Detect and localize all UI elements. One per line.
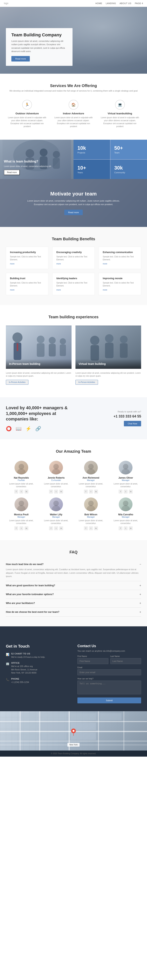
- faq-q-text-3: Who are your facilitators?: [6, 602, 35, 605]
- svg-rect-40: [100, 713, 122, 720]
- services-subtext: We develop an individual integrated conc…: [6, 89, 141, 92]
- faq-item-1[interactable]: What are good questions for team buildin…: [6, 581, 141, 590]
- faq-item-0[interactable]: How much lead time do we need? − Lorem i…: [6, 560, 141, 581]
- social-in[interactable]: in: [59, 527, 63, 530]
- benefit-productivity-link[interactable]: more: [10, 262, 44, 265]
- service-virtual-desc: Lorem ipsum dolor sit amet in vulputate …: [101, 116, 139, 128]
- social-f[interactable]: f: [119, 527, 122, 530]
- email-input[interactable]: [77, 670, 141, 675]
- social-f[interactable]: f: [119, 490, 122, 493]
- benefit-leaders-link[interactable]: more: [57, 289, 91, 291]
- nav-landing[interactable]: LANDING: [106, 2, 116, 5]
- member-3-name: James Oliver: [111, 476, 141, 479]
- benefit-trust: Building trust Sample text. Click to sel…: [6, 273, 48, 295]
- motivate-cta-button[interactable]: Read more: [64, 210, 83, 215]
- member-0-desc: Lorem ipsum dolor sit amet, consectetur.: [6, 482, 37, 488]
- member-7-name: Nila Carvalho: [111, 513, 141, 516]
- faq-item-2[interactable]: What are your favorite icebreaker option…: [6, 590, 141, 599]
- social-tw[interactable]: t: [54, 527, 58, 530]
- benefit-trust-desc: Sample text. Click to select the Text El…: [10, 282, 44, 287]
- stat-projects-label: Projects: [77, 151, 106, 154]
- service-outdoor-desc: Lorem ipsum dolor sit amet in vulputate …: [8, 116, 46, 128]
- faq-q-text-1: What are good questions for team buildin…: [6, 584, 55, 587]
- benefit-communication-desc: Sample text. Click to select the Text El…: [103, 255, 137, 261]
- benefit-trust-link[interactable]: more: [10, 289, 44, 291]
- social-tw[interactable]: t: [54, 490, 58, 493]
- social-in[interactable]: in: [129, 527, 133, 530]
- social-tw[interactable]: t: [89, 490, 93, 493]
- exp-inperson-desc: Lorem ipsum dolor sit amet, consectetur …: [6, 372, 71, 377]
- what-cta-button[interactable]: Read more: [4, 170, 20, 175]
- social-tw[interactable]: t: [124, 490, 128, 493]
- map-label: New York: [68, 743, 79, 746]
- exp-inperson-overlay: In-Person team building: [6, 359, 71, 369]
- social-in[interactable]: in: [24, 490, 28, 493]
- submit-button[interactable]: Submit: [77, 697, 141, 703]
- nav-page4[interactable]: PAGE 4: [135, 2, 143, 5]
- hero-description: Lorem ipsum dolor sit amet, consectetur …: [11, 40, 67, 53]
- social-in[interactable]: in: [94, 490, 98, 493]
- svg-rect-30: [39, 711, 40, 751]
- exp-inperson: In-Person team building Lorem ipsum dolo…: [6, 326, 71, 387]
- member-6-desc: Lorem ipsum dolor sit amet, consectetur.: [76, 519, 106, 525]
- social-f[interactable]: f: [84, 527, 88, 530]
- social-tw[interactable]: t: [19, 490, 23, 493]
- member-4-desc: Lorem ipsum dolor sit amet, consectetur.: [6, 519, 37, 525]
- member-7-role: Manager: [111, 516, 141, 518]
- service-indoor-icon: 🏠: [69, 100, 78, 110]
- motivate-desc: Lorem ipsum dolor sit amet, consectetur …: [24, 199, 122, 206]
- social-in[interactable]: in: [94, 527, 98, 530]
- exp-virtual-title: Virtual team building: [79, 362, 138, 366]
- member-7-socials: f t in: [111, 527, 141, 530]
- benefit-creativity: Encouraging creativity Sample text. Clic…: [52, 247, 95, 269]
- social-in[interactable]: in: [24, 527, 28, 530]
- hero-cta-button[interactable]: Read more: [11, 56, 30, 62]
- benefit-morale-link[interactable]: more: [103, 289, 137, 291]
- svg-rect-11: [17, 343, 18, 351]
- avatar-6: [84, 498, 98, 511]
- exp-inperson-cta[interactable]: In-Person Activities: [6, 380, 28, 385]
- faq-question-0: How much lead time do we need? −: [6, 563, 141, 566]
- services-grid: 🏃 Outdoor Adventure Lorem ipsum dolor si…: [6, 98, 141, 130]
- social-tw[interactable]: t: [89, 527, 93, 530]
- exp-virtual-cta[interactable]: In-Person Activities: [76, 380, 98, 385]
- social-f[interactable]: f: [49, 527, 53, 530]
- benefit-creativity-link[interactable]: more: [57, 262, 91, 265]
- social-tw[interactable]: t: [19, 527, 23, 530]
- social-f[interactable]: f: [49, 490, 53, 493]
- exp-virtual-overlay: Virtual team building: [76, 359, 141, 369]
- social-in[interactable]: in: [59, 490, 63, 493]
- faq-question-1: What are good questions for team buildin…: [6, 584, 141, 587]
- last-name-input[interactable]: [111, 658, 141, 664]
- what-section: What is team building? Lorem ipsum dolor…: [0, 140, 147, 179]
- what-desc: Lorem ipsum dolor sit amet, consectetur …: [4, 165, 52, 168]
- stat-team: 50+ Team: [111, 140, 147, 159]
- benefit-leaders-title: Identifying leaders: [57, 277, 91, 280]
- member-3-desc: Lorem ipsum dolor sit amet, consectetur.: [111, 482, 141, 488]
- loved-cta-button[interactable]: Chat Now: [124, 421, 141, 426]
- nav-home[interactable]: HOME: [95, 2, 102, 5]
- experiences-section: Team building experiences: [0, 305, 147, 397]
- service-outdoor-icon: 🏃: [22, 100, 32, 110]
- contact-chart-label: 52 CHART TO US: [11, 652, 45, 655]
- social-f[interactable]: f: [14, 527, 18, 530]
- social-f[interactable]: f: [14, 490, 18, 493]
- benefit-communication-link[interactable]: more: [103, 262, 137, 265]
- faq-section: FAQ How much lead time do we need? − Lor…: [0, 540, 147, 626]
- team-member-1: Jennie Roberts Co-founder Lorem ipsum do…: [41, 461, 72, 493]
- exp-inperson-content: Lorem ipsum dolor sit amet, consectetur …: [6, 369, 71, 387]
- contact-office-label: OFFICE: [11, 662, 38, 664]
- social-tw[interactable]: t: [124, 527, 128, 530]
- message-textarea[interactable]: [77, 681, 141, 694]
- faq-item-4[interactable]: How do we choose the best event for our …: [6, 608, 141, 617]
- social-in[interactable]: in: [129, 490, 133, 493]
- chart-icon: 📊: [6, 653, 9, 656]
- first-name-input[interactable]: [77, 658, 108, 664]
- social-f[interactable]: f: [84, 490, 88, 493]
- avatar-4: [14, 498, 28, 511]
- member-0-role: Founder: [6, 479, 37, 481]
- svg-rect-24: [120, 343, 128, 358]
- footer: © 2023 Team Building Company. All rights…: [0, 751, 147, 757]
- nav-about[interactable]: ABOUT US: [120, 2, 131, 5]
- faq-item-3[interactable]: Who are your facilitators? +: [6, 599, 141, 608]
